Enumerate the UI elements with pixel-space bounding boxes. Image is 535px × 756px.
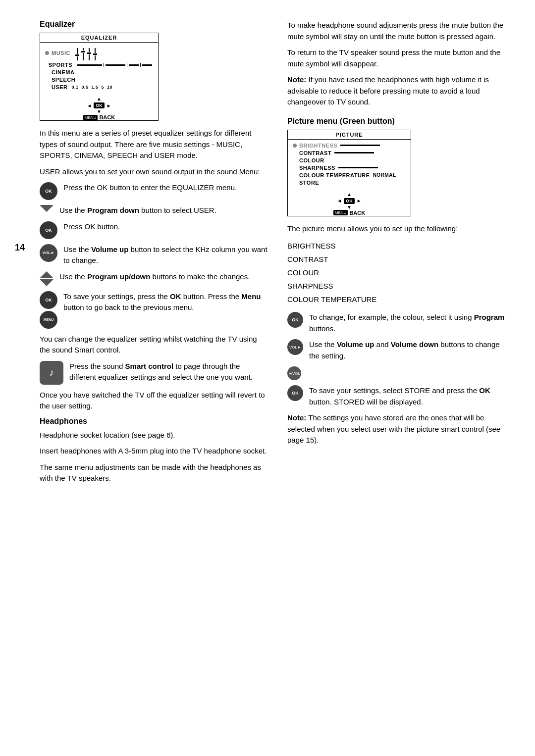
picture-menu-heading: Picture menu (Green button) <box>287 117 505 126</box>
eq-item-cinema: CINEMA <box>45 69 153 75</box>
pic-instr-text-2: Use the Volume up and Volume down button… <box>309 339 505 361</box>
eq-para4: Once you have switched the TV off the eq… <box>40 390 268 412</box>
picture-menu-body: BRIGHTNESS CONTRAST COLOUR <box>288 140 411 190</box>
picture-menu-controls: ▲ ◄ OK ► ▼ MENU BACK <box>288 192 411 216</box>
right-note2: Note: The settings you have stored are t… <box>287 412 505 446</box>
eq-ok-row: ◄ OK ► <box>87 102 111 108</box>
eq-item-speech: SPEECH <box>45 77 153 83</box>
eq-instr-text-6: To save your settings, press the OK butt… <box>63 291 268 313</box>
right-para1: To make headphone sound adjusments press… <box>287 20 505 42</box>
pic-item-sharpness: SHARPNESS <box>293 165 406 171</box>
pic-item-colour: COLOUR <box>293 157 406 163</box>
vol-up-button: VOL► <box>40 244 57 262</box>
eq-menu-body: MUSIC SPORTS <box>40 43 158 95</box>
page-number: 14 <box>15 243 25 253</box>
pic-instr-1: OK To change, for example, the colour, s… <box>287 312 505 334</box>
equalizer-menu-box: EQUALIZER MUSIC <box>40 33 159 121</box>
pic-instr-4: OK To save your settings, select STORE a… <box>287 385 505 407</box>
eq-instr-text-5: Use the Program up/down buttons to make … <box>59 271 268 283</box>
pic-selected-bullet <box>293 144 297 148</box>
vol-up-btn: VOL► <box>287 339 303 355</box>
eq-instr-text-2: Use the Program down button to select US… <box>59 205 268 216</box>
eq-item-music: MUSIC <box>45 46 153 60</box>
eq-menu-controls: ▲ ◄ OK ► ▼ MENU BACK <box>40 97 158 120</box>
pic-item-store: STORE <box>293 180 406 186</box>
pr-down-button <box>40 205 54 212</box>
ok-circle-1: OK <box>287 312 303 328</box>
headphones-para2: Insert headphones with A 3-5mm plug into… <box>40 446 268 457</box>
eq-instr-6: OK MENU To save your settings, press the… <box>40 291 268 329</box>
smart-control-button: ♪ <box>40 361 63 385</box>
vol-down-btn: ◄VOL <box>287 366 301 380</box>
smart-control-text: Press the sound Smart control to page th… <box>69 361 268 383</box>
normal-label: NORMAL <box>373 172 396 178</box>
ok-button-1: OK <box>40 182 57 200</box>
eq-para2: USER allows you to set your own sound ou… <box>40 166 268 178</box>
picture-menu-title: PICTURE <box>288 130 411 140</box>
pr-up-arrow-icon <box>40 271 54 278</box>
eq-instr-2: Use the Program down button to select US… <box>40 205 268 216</box>
pr-down-arrow2-icon <box>40 279 54 286</box>
pic-ok-row: ◄ OK ► <box>337 198 361 204</box>
picture-para1: The picture menu allows you to set up th… <box>287 223 505 235</box>
eq-instr-5: Use the Program up/down buttons to make … <box>40 271 268 286</box>
eq-para1: In this menu are a series of preset equa… <box>40 128 268 161</box>
right-note1: Note: If you have used the headphones wi… <box>287 74 505 108</box>
headphones-heading: Headphones <box>40 417 268 426</box>
sharpness-slider <box>338 167 378 168</box>
eq-sliders <box>75 46 97 60</box>
eq-back-row: MENU BACK <box>83 114 115 120</box>
pic-back-row: MENU BACK <box>333 210 365 216</box>
eq-item-sports: SPORTS <box>45 62 153 68</box>
pic-instr-2: VOL► Use the Volume up and Volume down b… <box>287 339 505 361</box>
ok-button-2: OK <box>40 221 57 239</box>
picture-menu-box: PICTURE BRIGHTNESS CONTRAST <box>287 130 411 216</box>
eq-item-user: USER 0.1 0.5 1.5 5 10 <box>45 84 153 90</box>
ok-menu-pair: OK MENU <box>40 291 57 329</box>
eq-instr-text-1: Press the OK button to enter the EQUALIZ… <box>63 182 268 194</box>
menu-button: MENU <box>40 311 57 329</box>
equalizer-heading: Equalizer <box>40 20 268 29</box>
pic-item-colour-temp: COLOUR TEMPERATURE NORMAL <box>293 172 406 178</box>
brightness-slider <box>340 145 380 146</box>
right-para2: To return to the TV speaker sound press … <box>287 47 505 69</box>
picture-list: BRIGHTNESSCONTRASTCOLOURSHARPNESSCOLOUR … <box>287 239 505 306</box>
eq-instr-text-4: Use the Volume up button to select the K… <box>63 244 268 266</box>
selected-bullet <box>45 51 49 55</box>
headphones-para3: The same menu adjustments can be made wi… <box>40 462 268 484</box>
eq-instr-text-3: Press OK button. <box>63 221 268 233</box>
contrast-slider <box>334 152 374 153</box>
eq-menu-title: EQUALIZER <box>40 33 158 43</box>
smart-control-row: ♪ Press the sound Smart control to page … <box>40 361 268 385</box>
eq-instr-4: VOL► Use the Volume up button to select … <box>40 244 268 266</box>
headphones-para1: Headphone socket location (see page 6). <box>40 430 268 441</box>
pic-instr-text-1: To change, for example, the colour, sele… <box>309 312 505 334</box>
ok-button-3: OK <box>40 291 57 309</box>
pic-item-brightness: BRIGHTNESS <box>293 143 406 149</box>
pic-instr-text-4: To save your settings, select STORE and … <box>309 385 505 407</box>
eq-instr-1: OK Press the OK button to enter the EQUA… <box>40 182 268 200</box>
pic-instr-3: ◄VOL <box>287 366 505 380</box>
pr-up-down-pair <box>40 271 54 286</box>
eq-para3: You can change the equalizer setting whi… <box>40 334 268 356</box>
eq-instr-3: OK Press OK button. <box>40 221 268 239</box>
pr-down-arrow-icon <box>40 205 54 212</box>
ok-circle-2: OK <box>287 385 303 401</box>
pic-item-contrast: CONTRAST <box>293 150 406 156</box>
